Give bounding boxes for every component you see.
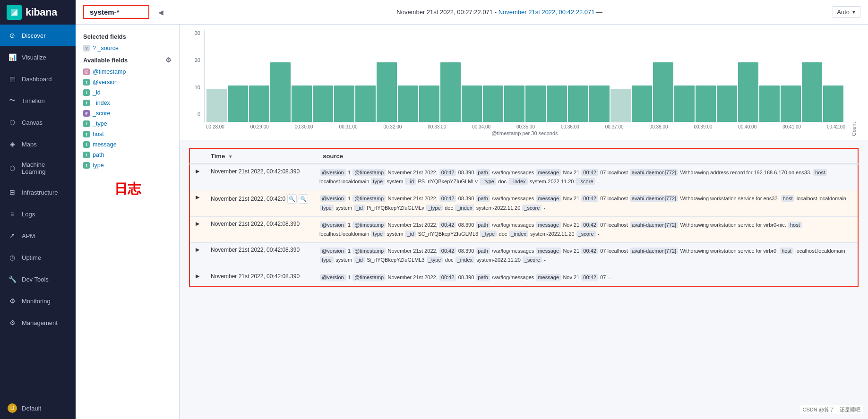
dashboard-icon: ▦ [8,74,17,84]
source-val: November 21st 2022, [388,170,439,175]
bar-13[interactable] [483,86,503,122]
collapse-button[interactable]: ◀ [155,7,166,18]
source-key: @timestamp [352,248,386,254]
bar-18[interactable] [589,86,610,122]
visualize-icon: 📊 [8,52,17,62]
field-item-version[interactable]: t @version [76,77,179,87]
bar-6[interactable] [334,86,354,122]
row-expander-3[interactable]: ▶ [189,243,205,269]
version-badge: t [83,79,90,86]
right-panel: 30 20 10 0 00:28:00 00:29:00 00:30:00 [180,25,868,419]
auto-select-dropdown[interactable]: Auto ▼ [833,6,860,18]
source-val: /var/log/messages [492,196,535,201]
sidebar-item-monitoring[interactable]: ⚙ Monitoring [0,290,76,312]
sidebar-item-default[interactable]: D Default [0,397,76,419]
source-field-item[interactable]: ? ? _source [76,43,179,53]
sidebar-item-label-ml: Machine Learning [22,161,68,175]
left-panel: Selected fields ? ? _source Available fi… [76,25,180,419]
sidebar-item-dev-tools[interactable]: 🔧 Dev Tools [0,268,76,290]
row-expander-1[interactable]: ▶ [189,190,205,216]
sidebar-item-label-monitoring: Monitoring [22,298,51,305]
sidebar-item-uptime[interactable]: ◷ Uptime [0,247,76,268]
zoom-in-icon[interactable]: 🔍 [287,194,297,204]
bar-0[interactable] [206,89,227,122]
bar-3[interactable] [270,62,291,122]
bar-7[interactable] [355,86,376,122]
bar-5[interactable] [313,86,333,122]
field-item-timestamp[interactable]: @ @timestamp [76,67,179,77]
index-pattern-selector[interactable]: system-* [83,5,149,19]
expander-col-header [189,148,205,164]
source-val: /var/log/messages [492,170,535,175]
source-key: _score [576,231,596,237]
sidebar-item-maps[interactable]: ◈ Maps [0,133,76,155]
field-item-host[interactable]: t host [76,129,179,139]
field-item-id[interactable]: t _id [76,87,179,98]
source-val: /var/log/messages [492,274,535,280]
bar-11[interactable] [440,62,461,122]
bar-15[interactable] [525,86,546,122]
bar-20[interactable] [632,86,652,122]
bar-4[interactable] [292,86,312,122]
bar-28[interactable] [802,62,822,122]
sidebar-item-dashboard[interactable]: ▦ Dashboard [0,68,76,90]
field-item-type[interactable]: t type [76,160,179,171]
bar-26[interactable] [759,86,780,122]
bar-12[interactable] [462,86,482,122]
time-cell-2: November 21st 2022, 00:42:08.390 [205,216,314,242]
sidebar-item-visualize[interactable]: 📊 Visualize [0,46,76,68]
bar-14[interactable] [504,86,524,122]
fields-settings-icon[interactable]: ⚙ [165,56,172,64]
row-expander-0[interactable]: ▶ [189,164,205,190]
sidebar-item-logs[interactable]: ≡ Logs [0,203,76,225]
sidebar-item-infrastructure[interactable]: ⊟ Infrastructure [0,181,76,203]
bar-10[interactable] [419,86,439,122]
bar-16[interactable] [547,86,567,122]
bar-1[interactable] [228,86,248,122]
source-key: _id [405,231,416,237]
row-expander-4[interactable]: ▶ [189,269,205,286]
source-key: @timestamp [352,222,386,228]
sidebar-item-canvas[interactable]: ⬡ Canvas [0,111,76,133]
source-key: path [476,222,490,228]
field-name-version: @version [93,79,118,86]
bar-27[interactable] [781,86,801,122]
time-range-display: November 21st 2022, 00:27:22.071 - Novem… [172,9,827,16]
field-item-index[interactable]: t _index [76,98,179,108]
sidebar-item-machine-learning[interactable]: ⬡ Machine Learning [0,155,76,181]
bar-29[interactable] [823,86,843,122]
sidebar-item-apm[interactable]: ↗ APM [0,225,76,247]
sidebar-item-label-timelion: Timelion [22,97,45,104]
field-item-path[interactable]: t path [76,150,179,160]
bar-24[interactable] [717,86,737,122]
sidebar-item-discover[interactable]: ⊙ Discover [0,25,76,46]
topbar: system-* ◀ November 21st 2022, 00:27:22.… [76,0,868,25]
zoom-out-icon[interactable]: 🔍 [299,194,308,204]
discover-icon: ⊙ [8,31,17,40]
row-expander-2[interactable]: ▶ [189,216,205,242]
field-item-type-sys[interactable]: t _type [76,119,179,129]
bar-22[interactable] [674,86,695,122]
source-val: 08.390 [458,222,476,228]
bar-2[interactable] [249,86,269,122]
selected-fields-title: Selected fields [76,30,179,43]
y-label-0: 0 [198,111,200,117]
source-val: doc [445,257,455,263]
bar-8[interactable] [377,62,397,122]
field-item-score[interactable]: # _score [76,108,179,119]
sidebar-item-timelion[interactable]: 〜 Timelion [0,90,76,111]
x-label: 00:34:00 [472,124,490,129]
bar-25[interactable] [738,62,758,122]
sidebar-item-management[interactable]: ⚙ Management [0,312,76,333]
source-val: November 21st 2022, [388,248,439,254]
bar-23[interactable] [696,86,716,122]
kibana-logo-icon [7,5,22,20]
time-col-header[interactable]: Time ▼ [205,148,314,164]
bar-9[interactable] [398,86,418,122]
source-val: 07 localhost [600,170,629,175]
sidebar-item-label-maps: Maps [22,141,37,148]
bar-21[interactable] [653,62,673,122]
bar-19[interactable] [610,89,631,122]
field-item-message[interactable]: t message [76,139,179,150]
bar-17[interactable] [568,86,588,122]
